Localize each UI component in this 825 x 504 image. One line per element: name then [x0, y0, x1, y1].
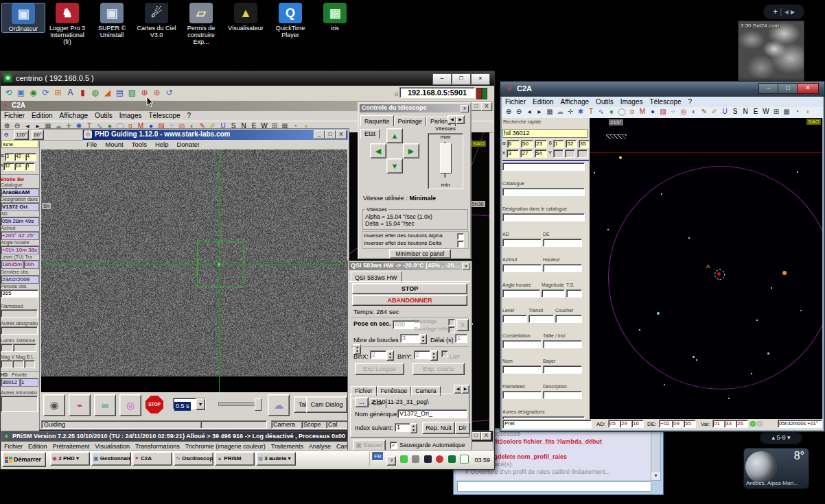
toolbar-icon[interactable]: ● [648, 107, 658, 116]
gadget-next-button[interactable]: ▸ [791, 7, 795, 16]
exposure-select[interactable]: 0.5 s ▼ [173, 398, 206, 409]
minimize-panel-button[interactable]: Minimiser ce panel [389, 249, 451, 259]
vnc-toolbar-icon[interactable]: ▣ [15, 87, 27, 99]
quick-search-input[interactable] [1, 140, 38, 148]
sat24-gadget[interactable]: 3:30 Sat24.com [738, 21, 804, 84]
minimize-button[interactable]: – [758, 83, 779, 94]
taskbar-button[interactable]: ▣ Gestionnaire... [91, 452, 131, 466]
maximize-button[interactable]: □ [452, 73, 471, 85]
gadget-pager-bottom[interactable]: ▴ 5-8 ▾ [760, 431, 802, 444]
tab[interactable]: Pointage [394, 117, 427, 126]
menu-item[interactable]: Télescope [148, 111, 180, 121]
toolbar-icon[interactable]: U [720, 107, 730, 116]
star-chart[interactable]: 215° SAO A [590, 118, 822, 419]
x-s[interactable]: 3 [25, 163, 35, 171]
slew-right-button[interactable]: ▶ [403, 143, 419, 158]
biny-spinner[interactable]: ▲▼ [430, 350, 438, 361]
taskbar-button[interactable]: ✶ C2A [132, 452, 172, 466]
tab-scroll-right[interactable]: ▶ [456, 115, 465, 124]
pager-up[interactable]: ▴ [771, 434, 775, 441]
close-button[interactable]: X [481, 432, 491, 440]
maximize-button[interactable]: □ [325, 130, 336, 139]
menu-item[interactable]: File [86, 140, 97, 149]
toolbar-icon[interactable]: ◔ [792, 107, 802, 116]
desktop-icon[interactable]: ▣ Ordinateur [1, 3, 45, 33]
x-m[interactable]: 27 [520, 149, 533, 158]
weather-gadget[interactable]: 8° Antibes, Alpes-Mari... [743, 448, 809, 489]
cancel-loop-button[interactable]: X [456, 319, 469, 331]
vnc-window[interactable]: ◉ centrino ( 192.168.0.5 ) – □ × ⟲▣◉⟳⊞A▮… [0, 71, 495, 470]
tray-icon[interactable] [436, 455, 443, 463]
phd-guide-image[interactable]: 5h [41, 149, 347, 392]
delai-input[interactable]: 1 [455, 334, 467, 343]
vnc-toolbar-icon[interactable]: ◢ [102, 87, 113, 99]
toolbar-icon[interactable]: ∿ [596, 107, 606, 116]
cam-dialog-button[interactable]: Cam Dialog [306, 396, 347, 413]
x-s[interactable]: 54 [535, 149, 547, 158]
vnc-toolbar-icon[interactable]: ◍ [89, 87, 101, 99]
toolbar-icon[interactable]: ⊞ [771, 107, 781, 116]
phd-titlebar[interactable]: ◎ PHD Guiding 1.12.0 - www.stark-labs.co… [82, 130, 348, 140]
close-button[interactable]: × [471, 73, 490, 85]
toolbar-icon[interactable]: ▦ [545, 107, 555, 116]
toolbar-icon[interactable]: ✐ [710, 107, 719, 116]
y-d[interactable] [553, 149, 563, 158]
dir-button[interactable]: Dir [455, 422, 470, 434]
toolbar-icon[interactable]: ◑ [802, 107, 812, 116]
minimize-button[interactable]: – [432, 73, 452, 85]
vnc-address[interactable]: 192.168.0.5:5901 [399, 87, 475, 98]
menu-item[interactable]: Images [119, 111, 142, 121]
speed-slider-handle[interactable] [440, 143, 452, 173]
desktop-icon[interactable]: ♞ Logger Pro 3 International (fr) [46, 3, 89, 45]
toolbar-icon[interactable]: ⊕ [504, 107, 513, 116]
close-button[interactable]: X [481, 102, 492, 111]
index-spinner[interactable]: ▲▼ [410, 423, 417, 433]
console-input[interactable] [457, 481, 651, 492]
menu-item[interactable]: Edition [533, 97, 554, 107]
close-button[interactable]: X [336, 130, 347, 139]
binx-spinner[interactable]: ▲▼ [386, 350, 394, 361]
vnc-toolbar-icon[interactable]: ▮ [77, 87, 89, 99]
autosave-checkbox[interactable]: ✓ [390, 442, 397, 449]
lier-checkbox[interactable]: ✓ [441, 350, 448, 357]
menu-item[interactable]: Outils [95, 111, 113, 121]
bouclage-checkbox[interactable] [448, 319, 455, 326]
panel-titlebar[interactable]: Controle du télescope x [360, 104, 469, 112]
loop-button[interactable]: ∞ [94, 394, 116, 416]
desktop-icon[interactable]: ▦ iris [314, 3, 356, 32]
alpha-h[interactable]: 3 [5, 153, 14, 161]
brain-button[interactable]: ☁ [268, 394, 290, 416]
c2a-titlebar[interactable]: ✶ C2A – □ ✕ [500, 82, 824, 97]
invert-delta-checkbox[interactable] [457, 241, 464, 248]
vnc-toolbar-icon[interactable]: A [65, 87, 76, 99]
toolbar-icon[interactable]: α [627, 107, 637, 116]
menu-item[interactable]: Donate! [176, 140, 199, 149]
x-m[interactable]: 14 [14, 163, 25, 171]
menu-item[interactable]: Tools [132, 140, 147, 149]
vnc-titlebar[interactable]: ◉ centrino ( 192.168.0.5 ) – □ × [1, 71, 494, 86]
delta-m[interactable]: 52 [566, 140, 577, 148]
minimize-button[interactable]: _ [314, 130, 325, 139]
maximize-button[interactable]: □ [471, 102, 482, 111]
menu-item[interactable]: Help [155, 140, 169, 149]
qsi-panel[interactable]: QSI 583ws HW -> -20.0°C [45% , -20.... x… [347, 261, 472, 455]
exp-courte-button[interactable]: Exp. courte [412, 363, 465, 375]
toolbar-icon[interactable]: S [730, 107, 740, 116]
console-scrollbar[interactable]: ▼ [651, 430, 661, 481]
vnc-toolbar-icon[interactable]: ▤ [114, 87, 126, 99]
taskbar-button[interactable]: ◉ 2 PHD ▾ [50, 452, 90, 466]
toolbar-icon[interactable]: ◂ [524, 107, 534, 116]
abandon-button[interactable]: ABANDONNER [352, 295, 467, 306]
browse-button[interactable]: ... [355, 397, 369, 407]
stop-button[interactable]: STOP [144, 394, 165, 415]
tab[interactable]: Etat [360, 129, 380, 139]
menu-item[interactable]: Fichier [4, 111, 25, 121]
guide-button[interactable]: ◎ [119, 394, 141, 416]
tray-lang[interactable]: FR [372, 452, 384, 461]
x-h[interactable]: 3 [507, 149, 519, 158]
toolbar-icon[interactable]: ✛ [566, 107, 575, 116]
slew-up-button[interactable]: ▲ [386, 128, 403, 143]
desktop-icon[interactable]: ☄ Cartes du Ciel V3.0 [135, 3, 178, 38]
close-button[interactable]: x [462, 263, 470, 270]
maximize-button[interactable]: □ [778, 83, 798, 94]
